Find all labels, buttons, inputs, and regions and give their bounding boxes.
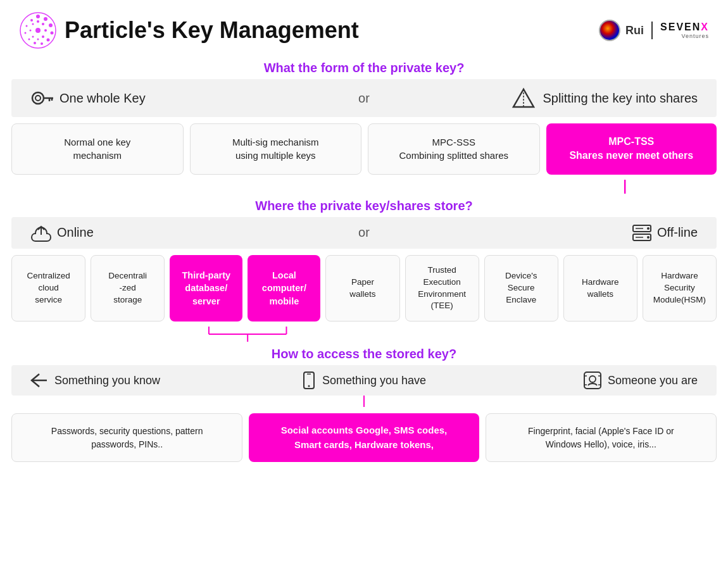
- key-form-or: or: [333, 91, 395, 106]
- are-icon: [584, 372, 601, 389]
- svg-point-11: [30, 19, 33, 22]
- key-form-right: Splitting the key into shares: [395, 87, 698, 109]
- svg-point-5: [47, 39, 50, 42]
- svg-point-22: [35, 96, 41, 101]
- header-right: Rui SEVENX Ventures: [599, 20, 709, 41]
- access-have-label: Something you have: [322, 374, 426, 387]
- access-have: Something you have: [253, 372, 475, 389]
- section2-question: Where the private key/shares store?: [0, 199, 728, 213]
- rui-avatar-icon: [599, 20, 620, 41]
- header-divider: [651, 22, 653, 39]
- store-label-row: Online or Off-line: [11, 217, 717, 249]
- access-biometric: Fingerprint, facial (Apple's Face ID orW…: [486, 413, 717, 462]
- svg-point-12: [37, 20, 39, 23]
- svg-point-16: [37, 39, 39, 41]
- connector3: [11, 396, 717, 407]
- svg-point-10: [26, 25, 28, 27]
- mech-normal: Normal one keymechanism: [11, 123, 184, 175]
- connector1-svg: [11, 180, 717, 194]
- svg-point-3: [49, 23, 53, 27]
- connector3-svg: [11, 396, 717, 407]
- online-icon: [30, 223, 52, 242]
- svg-point-7: [34, 42, 36, 44]
- store-or: or: [333, 225, 395, 240]
- svg-point-13: [42, 23, 44, 25]
- access-social: Social accounts Google, SMS codes,Smart …: [249, 413, 479, 462]
- key-icon: [30, 87, 53, 109]
- svg-point-2: [44, 17, 47, 21]
- svg-point-20: [35, 28, 41, 33]
- svg-point-21: [32, 92, 44, 104]
- svg-point-9: [25, 32, 27, 34]
- access-label-row: Something you know Something you have: [11, 365, 717, 396]
- split-icon: [511, 87, 536, 109]
- svg-point-33: [647, 236, 650, 239]
- header-left: Particle's Key Management: [19, 11, 359, 49]
- access-are-label: Someone you are: [608, 374, 698, 387]
- access-know-label: Something you know: [54, 374, 160, 387]
- storage-centralized: Centralizedcloudservice: [11, 255, 85, 322]
- sevenx-text: SEVENX: [660, 22, 709, 32]
- svg-marker-26: [513, 89, 534, 107]
- storage-local: Localcomputer/mobile: [248, 255, 320, 322]
- particle-logo-icon: [19, 11, 57, 49]
- store-online-label: Online: [57, 225, 94, 240]
- storage-row: Centralizedcloudservice Decentrali-zedst…: [0, 250, 728, 327]
- storage-decentralized: Decentrali-zedstorage: [91, 255, 165, 322]
- connector1: [11, 180, 717, 194]
- know-icon: [30, 373, 48, 388]
- svg-point-42: [308, 385, 310, 387]
- svg-point-18: [30, 30, 32, 32]
- svg-point-45: [589, 376, 596, 382]
- svg-point-6: [41, 42, 43, 45]
- svg-point-1: [36, 15, 40, 18]
- key-form-left: One whole Key: [30, 87, 333, 109]
- section1-question: What the form of the private key?: [0, 61, 728, 75]
- access-are: Someone you are: [475, 372, 698, 389]
- storage-third-party: Third-partydatabase/server: [170, 255, 242, 322]
- svg-point-4: [51, 32, 54, 35]
- mech-sss: MPC-SSSCombining splitted shares: [368, 123, 540, 175]
- store-offline: Off-line: [395, 224, 698, 242]
- connector2-svg: [11, 327, 717, 342]
- store-online: Online: [30, 223, 333, 242]
- access-passwords: Passwords, security questions, patternpa…: [11, 413, 242, 462]
- sevenx-logo: SEVENX Ventures: [660, 22, 709, 39]
- svg-point-19: [32, 23, 34, 25]
- svg-point-14: [44, 29, 47, 32]
- storage-hsm: HardwareSecurityModule(HSM): [643, 255, 717, 322]
- svg-point-17: [32, 36, 34, 38]
- key-form-right-label: Splitting the key into shares: [543, 91, 698, 106]
- have-icon: [302, 372, 316, 389]
- store-offline-label: Off-line: [657, 225, 698, 240]
- access-options-row: Passwords, security questions, patternpa…: [0, 408, 728, 467]
- page-title: Particle's Key Management: [65, 17, 359, 44]
- key-form-row: One whole Key or Splitting the key into …: [11, 79, 717, 117]
- storage-paper: Paperwallets: [325, 255, 399, 322]
- mech-multisig: Multi-sig mechanismusing multiple keys: [190, 123, 362, 175]
- svg-point-15: [42, 35, 44, 38]
- storage-tee: TrustedExecutionEnvironment(TEE): [405, 255, 479, 322]
- sevenx-ventures: Ventures: [660, 33, 709, 39]
- header: Particle's Key Management Rui SEVENX Ven…: [0, 0, 728, 56]
- storage-hardware-wallets: Hardwarewallets: [563, 255, 637, 322]
- rui-label: Rui: [625, 24, 644, 37]
- storage-secure-enclave: Device'sSecureEnclave: [484, 255, 558, 322]
- connector2: [11, 327, 717, 342]
- key-form-left-label: One whole Key: [60, 91, 146, 106]
- svg-point-32: [647, 227, 650, 230]
- section3-question: How to access the stored key?: [0, 347, 728, 361]
- mechanism-row: Normal one keymechanism Multi-sig mechan…: [0, 118, 728, 180]
- svg-rect-44: [584, 372, 601, 389]
- offline-icon: [632, 224, 652, 242]
- mech-tss: MPC-TSSShares never meet others: [546, 123, 717, 175]
- access-know: Something you know: [30, 373, 253, 388]
- svg-point-8: [28, 39, 30, 41]
